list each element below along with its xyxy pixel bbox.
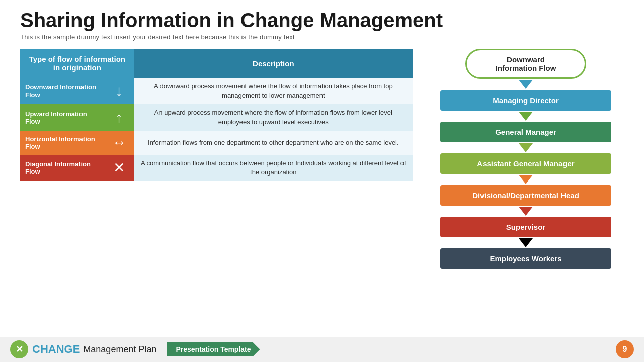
info-table-section: Type of flow of information in originati… xyxy=(20,49,413,270)
hierarchy-box: Assistant General Manager xyxy=(440,153,611,174)
footer-template-label: Presentation Template xyxy=(167,342,260,356)
hierarchy-diagram: DownwardInformation Flow Managing Direct… xyxy=(428,49,624,270)
page-number: 9 xyxy=(616,340,634,358)
table-row: Horizontal Information Flow ↔ Informatio… xyxy=(20,131,413,155)
row-label: Diagonal Information Flow xyxy=(20,155,104,181)
main-content: Type of flow of information in originati… xyxy=(0,44,644,270)
row-description: A communication flow that occurs between… xyxy=(134,155,413,181)
row-icon: ↑ xyxy=(104,104,134,130)
diagram-top-label: DownwardInformation Flow xyxy=(465,49,586,79)
row-label: Horizontal Information Flow xyxy=(20,131,104,155)
hierarchy-box: Supervisor xyxy=(440,217,611,237)
diagram-boxes-container: Managing DirectorGeneral ManagerAssistan… xyxy=(440,80,611,270)
table-row: Upward Information Flow ↑ An upward proc… xyxy=(20,104,413,130)
col-desc-header: Description xyxy=(134,49,413,78)
hierarchy-box: General Manager xyxy=(440,122,611,142)
table-row: Downward Information Flow ↓ A downward p… xyxy=(20,78,413,104)
row-icon: ↔ xyxy=(104,131,134,155)
row-description: A downward process movement where the fl… xyxy=(134,78,413,104)
page-subtitle: This is the sample dummy text insert you… xyxy=(20,33,624,41)
row-icon: ↓ xyxy=(104,78,134,104)
info-table: Type of flow of information in originati… xyxy=(20,49,413,181)
arrow-down-icon xyxy=(519,112,533,121)
arrow-down-icon xyxy=(519,143,533,152)
brand-change: CHANGE xyxy=(32,343,80,356)
row-icon: ✕ xyxy=(104,155,134,181)
arrow-down-icon xyxy=(519,238,533,247)
footer: ✕ CHANGE Management Plan Presentation Te… xyxy=(0,337,644,362)
hierarchy-box: Managing Director xyxy=(440,90,611,111)
page-title: Sharing Information in Change Management xyxy=(20,9,624,31)
row-label: Upward Information Flow xyxy=(20,104,104,130)
arrow-down-icon xyxy=(519,80,533,89)
arrow-down-icon xyxy=(519,175,533,184)
hierarchy-box: Divisional/Departmental Head xyxy=(440,185,611,206)
header: Sharing Information in Change Management… xyxy=(0,0,644,44)
hierarchy-box: Employees Workers xyxy=(440,248,611,269)
logo-icon: ✕ xyxy=(16,344,23,355)
row-description: An upward process movement where the flo… xyxy=(134,104,413,130)
table-header-row: Type of flow of information in originati… xyxy=(20,49,413,78)
table-row: Diagonal Information Flow ✕ A communicat… xyxy=(20,155,413,181)
col-type-header: Type of flow of information in originati… xyxy=(20,49,134,78)
row-label: Downward Information Flow xyxy=(20,78,104,104)
row-description: Information flows from one department to… xyxy=(134,131,413,155)
brand-plan: Management Plan xyxy=(83,344,156,355)
footer-logo: ✕ xyxy=(10,340,28,358)
arrow-down-icon xyxy=(519,207,533,216)
